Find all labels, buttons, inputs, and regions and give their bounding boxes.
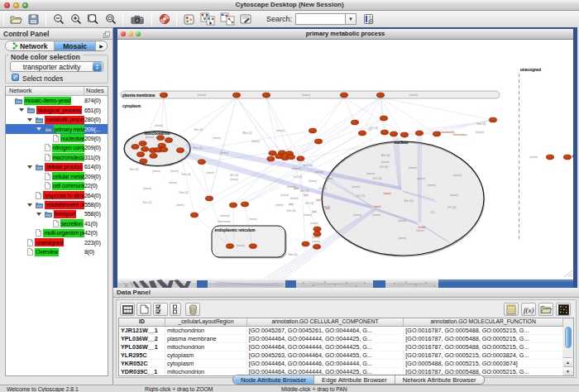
attribute-select-button[interactable] bbox=[120, 303, 135, 316]
tree-row[interactable]: metabolic process280(0) bbox=[6, 115, 108, 124]
zoom-selected-button[interactable] bbox=[102, 12, 119, 26]
tree-row[interactable]: multi-organism process42(0) bbox=[6, 228, 108, 237]
import-file-button[interactable] bbox=[538, 303, 553, 316]
unselect-all-attributes-button[interactable] bbox=[170, 303, 181, 316]
tree-row[interactable]: transport558(0) bbox=[6, 209, 108, 218]
tree-row-label: Overview bbox=[35, 248, 59, 256]
search-dropdown-button[interactable]: ▼ bbox=[345, 13, 356, 25]
col-cellular-layout-region[interactable]: _cellularLayoutRegion bbox=[165, 318, 247, 326]
tree-row[interactable]: mosaic-demo-yeast874(0) bbox=[6, 96, 108, 105]
delete-attribute-button[interactable] bbox=[185, 303, 200, 316]
attribute-table-row[interactable]: YKR052C cytoplasm [GO:0044464, GO:004444… bbox=[119, 360, 563, 368]
save-session-button[interactable] bbox=[25, 12, 42, 26]
attribute-table-header: ID _cellularLayoutRegion annotation.GO C… bbox=[119, 318, 563, 327]
tree-row[interactable]: establishment of localization558(0) bbox=[6, 200, 108, 209]
tree-row[interactable]: cellular metabolic process209(0) bbox=[6, 172, 108, 181]
tree-row[interactable]: response to stimulus264(0) bbox=[6, 190, 108, 199]
tree-row[interactable]: macromolecule metabolic process311(0) bbox=[6, 153, 108, 162]
node-group-label: Sim (4) bbox=[289, 253, 298, 256]
mitochondrion-label: mitochondrion bbox=[144, 131, 170, 136]
tab-node-attribute-browser[interactable]: Node Attribute Browser bbox=[233, 375, 314, 384]
attribute-table-row[interactable]: YLR295C cytoplasm [GO:0045263, GO:004446… bbox=[119, 351, 563, 360]
tree-col-network[interactable]: Network bbox=[6, 87, 84, 95]
scroll-down-button[interactable]: ▼ bbox=[563, 366, 572, 375]
snapshot-button[interactable] bbox=[127, 12, 148, 26]
node-group-label: (none) bbox=[249, 218, 257, 221]
netwin-close-button[interactable] bbox=[121, 31, 126, 36]
attribute-table-row[interactable]: YJR121W__1 mitochondrion [GO:0045267, GO… bbox=[119, 327, 563, 335]
resize-grip-icon[interactable] bbox=[562, 269, 572, 277]
expand-arrow-icon[interactable] bbox=[36, 213, 41, 216]
network-window-titlebar[interactable]: primary metabolic process bbox=[117, 29, 573, 40]
netwin-zoom-button[interactable] bbox=[136, 31, 141, 36]
zoom-out-button[interactable] bbox=[50, 12, 67, 26]
tree-row-nodes: 209(0) bbox=[84, 144, 108, 151]
select-nodes-checkbox[interactable]: ✓ bbox=[12, 74, 19, 81]
tree-row[interactable]: nucleobase-containing compound metabolic… bbox=[6, 134, 108, 143]
tree-row[interactable]: Overview8(0) bbox=[6, 247, 108, 256]
window-close-button[interactable] bbox=[4, 2, 10, 8]
tree-row[interactable]: unassigned223(0) bbox=[6, 238, 108, 247]
network-canvas[interactable]: plasma membranecytoplasmmitochondrionnuc… bbox=[117, 40, 573, 279]
zoom-fit-button[interactable] bbox=[84, 12, 102, 26]
window-zoom-button[interactable] bbox=[22, 2, 28, 8]
file-icon bbox=[45, 154, 50, 161]
open-session-button[interactable] bbox=[7, 12, 25, 26]
graph-node-shine bbox=[280, 151, 283, 153]
scrollbar-thumb[interactable] bbox=[565, 327, 572, 348]
layout-tool-a-button[interactable] bbox=[198, 12, 218, 26]
expand-arrow-icon[interactable] bbox=[27, 203, 32, 207]
node-group-label: GO (4) bbox=[305, 202, 313, 205]
node-group-label: (none) bbox=[353, 213, 361, 217]
expand-arrow-icon[interactable] bbox=[19, 108, 24, 112]
scroll-up-button[interactable]: ▲ bbox=[563, 357, 572, 366]
node-group-label: Sim (2) bbox=[404, 199, 414, 203]
layout-tool-b-button[interactable] bbox=[218, 12, 237, 26]
float-panel-icon[interactable] bbox=[103, 31, 110, 38]
import-attributes-button[interactable] bbox=[504, 303, 519, 316]
zoom-in-button[interactable] bbox=[67, 12, 84, 26]
mosaic-tool-button[interactable] bbox=[180, 12, 198, 26]
selected-node-label: (ne) bbox=[294, 187, 299, 190]
netwin-minimize-button[interactable] bbox=[128, 31, 133, 36]
window-minimize-button[interactable] bbox=[13, 2, 19, 8]
selected-node-label: (ne) bbox=[316, 198, 321, 202]
expand-arrow-icon[interactable] bbox=[27, 118, 32, 122]
annotation-tool-button[interactable] bbox=[237, 12, 255, 26]
tab-edge-attribute-browser[interactable]: Edge Attribute Browser bbox=[314, 375, 395, 384]
new-attribute-button[interactable] bbox=[136, 303, 151, 316]
attribute-table-row[interactable]: YPL036W__2 plasma membrane [GO:0044464, … bbox=[119, 335, 563, 343]
function-builder-button[interactable]: f(x) bbox=[521, 303, 536, 316]
search-options-button[interactable] bbox=[360, 12, 377, 26]
graph-node-shine bbox=[316, 140, 319, 141]
tree-col-nodes[interactable]: Nodes bbox=[84, 87, 108, 95]
tab-network-attribute-browser[interactable]: Network Attribute Browser bbox=[395, 375, 484, 384]
help-button[interactable] bbox=[156, 12, 173, 26]
tabs-overflow-button[interactable]: ▶ bbox=[96, 41, 107, 50]
select-all-attributes-button[interactable] bbox=[153, 303, 168, 316]
tab-network[interactable]: Network bbox=[6, 41, 55, 50]
tree-row[interactable]: cellular process614(0) bbox=[6, 162, 108, 171]
table-scrollbar[interactable]: ▲ ▼ bbox=[563, 318, 574, 376]
node-color-dropdown[interactable]: transporter activity ▲▼ bbox=[10, 61, 103, 72]
tree-row[interactable]: primary metabolic process209(... bbox=[6, 124, 108, 133]
tab-mosaic[interactable]: Mosaic bbox=[55, 41, 96, 50]
expand-arrow-icon[interactable] bbox=[27, 165, 32, 169]
tree-row[interactable]: secretion41(0) bbox=[6, 219, 108, 228]
col-go-cellular-component[interactable]: annotation.GO CELLULAR_COMPONENT bbox=[247, 318, 404, 326]
node-group-label: (none) bbox=[292, 167, 300, 170]
tree-row[interactable]: cell communication22(0) bbox=[6, 181, 108, 190]
col-go-molecular-function[interactable]: annotation.GO MOLECULAR_FUNCTION bbox=[404, 318, 563, 326]
expand-arrow-icon[interactable] bbox=[36, 127, 41, 131]
col-id[interactable]: ID bbox=[119, 318, 165, 326]
zoom-selected-icon bbox=[105, 13, 117, 25]
tree-row[interactable]: nitrogen compound metabolic process209(0… bbox=[6, 143, 108, 152]
graph-node-shine bbox=[310, 129, 313, 131]
matrix-view-button[interactable] bbox=[556, 303, 571, 316]
file-icon bbox=[45, 182, 50, 189]
node-group-label: (none) bbox=[155, 124, 163, 127]
attribute-table-row[interactable]: YPL036W__1 mitochondrion [GO:0044464, GO… bbox=[119, 343, 563, 351]
search-input[interactable] bbox=[295, 13, 345, 25]
node-group-label: Sim (4) bbox=[130, 168, 139, 171]
tree-row[interactable]: biological_process651(0) bbox=[6, 105, 108, 114]
